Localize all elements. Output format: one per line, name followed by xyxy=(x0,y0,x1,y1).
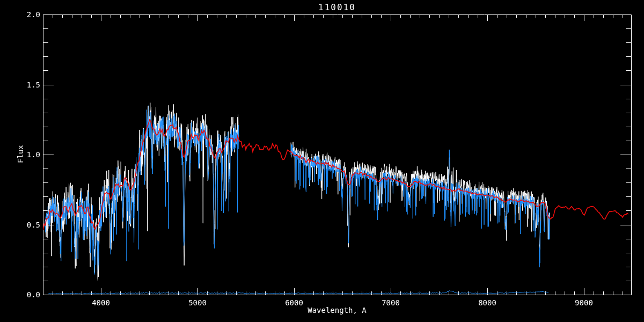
spectrum-figure: 110010 Wavelength, A Flux 40005000600070… xyxy=(0,0,644,322)
spectrum-canvas xyxy=(0,0,644,322)
